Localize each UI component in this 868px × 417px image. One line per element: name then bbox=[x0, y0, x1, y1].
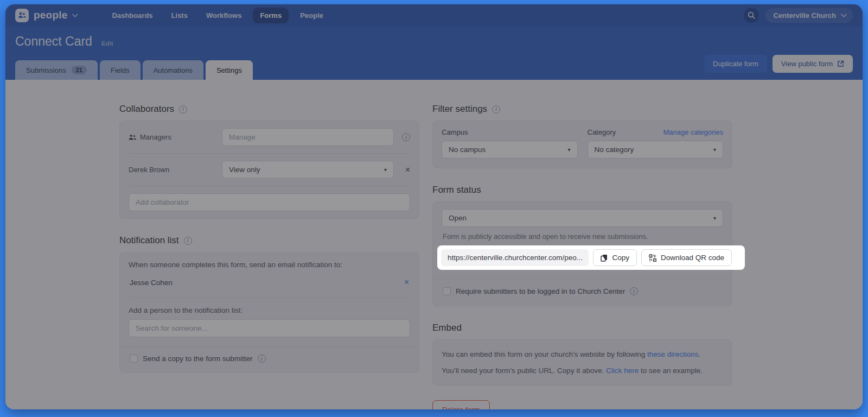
caret-down-icon: ▾ bbox=[713, 147, 716, 153]
notification-person-name: Jesse Cohen bbox=[130, 279, 173, 287]
left-column: Collaborators Managers bbox=[119, 104, 419, 409]
product-name: people bbox=[34, 9, 67, 21]
app-window: people Dashboards Lists Workflows Forms … bbox=[5, 4, 863, 409]
tab-fields[interactable]: Fields bbox=[100, 60, 141, 80]
form-status-description: Form is publicly accessible and open to … bbox=[443, 232, 722, 241]
filter-settings-section: Filter settings Campus No campus ▾ bbox=[432, 104, 732, 168]
qr-code-icon bbox=[649, 254, 656, 262]
copy-icon bbox=[601, 254, 608, 262]
page-title: Connect Card bbox=[15, 34, 92, 49]
info-icon[interactable] bbox=[258, 355, 266, 363]
add-collaborator-row bbox=[120, 186, 419, 218]
top-chrome: people Dashboards Lists Workflows Forms … bbox=[5, 4, 863, 80]
remove-collaborator-icon[interactable]: × bbox=[405, 166, 410, 174]
notification-list-heading: Notification list bbox=[119, 235, 179, 246]
require-login-checkbox[interactable] bbox=[443, 287, 451, 295]
embed-line-2: You’ll need your form’s public URL. Copy… bbox=[442, 367, 723, 375]
chevron-down-icon bbox=[841, 11, 847, 17]
search-button[interactable] bbox=[744, 8, 759, 23]
click-here-link[interactable]: Click here bbox=[606, 367, 639, 375]
collaborators-section: Collaborators Managers bbox=[119, 104, 419, 219]
embed-section: Embed You can embed this form on your ch… bbox=[432, 323, 732, 409]
category-select[interactable]: No category ▾ bbox=[588, 141, 724, 159]
people-logo-icon bbox=[15, 9, 29, 22]
require-login-row: Require submitters to be logged in to Ch… bbox=[442, 279, 723, 304]
chevron-down-icon bbox=[72, 11, 78, 17]
campus-field: Campus No campus ▾ bbox=[442, 128, 578, 159]
form-tabs: Submissions 21 Fields Automations Settin… bbox=[15, 60, 253, 80]
settings-content: Collaborators Managers bbox=[5, 80, 863, 409]
caret-down-icon: ▾ bbox=[713, 215, 716, 221]
managers-label: Managers bbox=[129, 133, 222, 141]
require-login-label: Require submitters to be logged in to Ch… bbox=[456, 287, 625, 295]
form-status-section: Form status Open ▾ Form is publicly acce… bbox=[432, 185, 732, 306]
external-link-icon bbox=[837, 60, 844, 67]
category-field: Category Manage categories No category ▾ bbox=[588, 128, 724, 159]
manage-categories-link[interactable]: Manage categories bbox=[663, 128, 723, 136]
collaborator-row: Derek Brown View only ▾ × bbox=[120, 154, 419, 186]
public-url-spotlight: https://centerville.churchcenter.com/peo… bbox=[437, 245, 745, 270]
permission-select[interactable]: View only ▾ bbox=[222, 161, 394, 179]
campus-select[interactable]: No campus ▾ bbox=[442, 141, 578, 159]
campus-label: Campus bbox=[442, 128, 468, 136]
managers-icon bbox=[129, 134, 136, 141]
topbar-right: Centerville Church bbox=[744, 8, 853, 23]
info-icon[interactable] bbox=[492, 105, 500, 113]
tab-submissions[interactable]: Submissions 21 bbox=[15, 60, 98, 80]
add-person-label: Add a person to the notification list: bbox=[129, 306, 410, 314]
managers-row: Managers bbox=[120, 121, 419, 153]
submissions-count-badge: 21 bbox=[72, 66, 87, 74]
public-url-field[interactable]: https://centerville.churchcenter.com/peo… bbox=[441, 249, 589, 266]
page-header: Connect Card Edit Submissions 21 Fields … bbox=[5, 26, 863, 80]
search-person-input[interactable] bbox=[129, 319, 410, 337]
account-name: Centerville Church bbox=[773, 11, 836, 20]
these-directions-link[interactable]: these directions bbox=[647, 350, 699, 358]
view-public-form-button[interactable]: View public form bbox=[773, 55, 853, 73]
right-column: Filter settings Campus No campus ▾ bbox=[432, 104, 732, 409]
primary-nav: Dashboards Lists Workflows Forms People bbox=[105, 8, 330, 23]
embed-line-1: You can embed this form on your church’s… bbox=[442, 350, 723, 358]
nav-item-lists[interactable]: Lists bbox=[164, 8, 195, 23]
nav-item-workflows[interactable]: Workflows bbox=[199, 8, 249, 23]
managers-input[interactable] bbox=[222, 128, 394, 146]
filter-settings-heading: Filter settings bbox=[432, 104, 487, 115]
send-copy-checkbox[interactable] bbox=[130, 355, 138, 363]
collaborators-heading: Collaborators bbox=[119, 104, 174, 115]
nav-item-dashboards[interactable]: Dashboards bbox=[105, 8, 159, 23]
notification-intro: When someone completes this form, send a… bbox=[129, 261, 410, 269]
send-copy-row: Send a copy to the form submitter bbox=[129, 347, 410, 364]
info-icon[interactable] bbox=[402, 133, 410, 141]
notification-person-row: Jesse Cohen × bbox=[129, 269, 410, 298]
tab-settings[interactable]: Settings bbox=[206, 60, 253, 80]
caret-down-icon: ▾ bbox=[384, 167, 387, 173]
nav-item-forms[interactable]: Forms bbox=[253, 8, 289, 23]
form-status-select[interactable]: Open ▾ bbox=[442, 209, 723, 227]
add-collaborator-input[interactable] bbox=[129, 193, 410, 211]
category-label: Category bbox=[588, 128, 616, 136]
duplicate-form-button[interactable]: Duplicate form bbox=[704, 55, 767, 73]
nav-item-people[interactable]: People bbox=[293, 8, 330, 23]
delete-form-button[interactable]: Delete form bbox=[432, 400, 490, 409]
info-icon[interactable] bbox=[184, 237, 192, 245]
embed-heading: Embed bbox=[432, 323, 462, 333]
notification-list-section: Notification list When someone completes… bbox=[119, 235, 419, 373]
copy-url-button[interactable]: Copy bbox=[593, 249, 637, 266]
remove-person-icon[interactable]: × bbox=[404, 278, 409, 287]
tab-automations[interactable]: Automations bbox=[143, 60, 203, 80]
caret-down-icon: ▾ bbox=[567, 147, 570, 153]
info-icon[interactable] bbox=[630, 287, 638, 295]
account-switcher[interactable]: Centerville Church bbox=[765, 8, 853, 23]
search-icon bbox=[748, 11, 755, 19]
info-icon[interactable] bbox=[179, 105, 187, 113]
send-copy-label: Send a copy to the form submitter bbox=[143, 355, 253, 363]
download-qr-button[interactable]: Download QR code bbox=[641, 249, 732, 266]
collaborator-name: Derek Brown bbox=[129, 166, 222, 174]
product-switcher[interactable]: people bbox=[15, 9, 76, 22]
form-status-heading: Form status bbox=[432, 185, 481, 195]
top-navigation-bar: people Dashboards Lists Workflows Forms … bbox=[5, 4, 863, 26]
edit-title-link[interactable]: Edit bbox=[101, 40, 113, 47]
